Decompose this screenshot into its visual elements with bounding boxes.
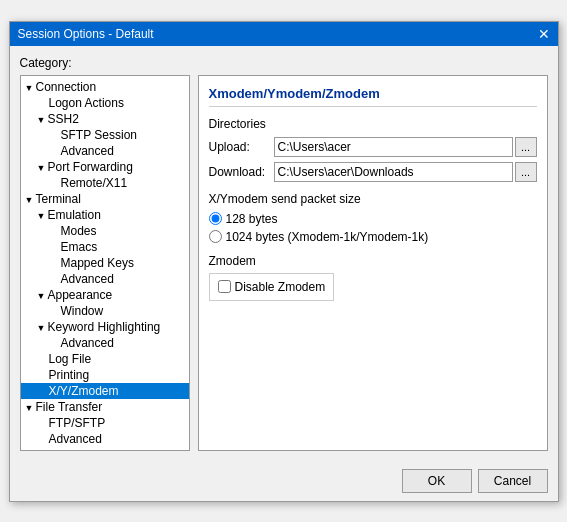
cancel-button[interactable]: Cancel: [478, 469, 548, 493]
tree-item-label: Window: [61, 304, 104, 318]
tree-item-ssh2[interactable]: ▼SSH2: [21, 111, 189, 127]
tree-item-logon-actions[interactable]: Logon Actions: [21, 95, 189, 111]
tree-item-label: Remote/X11: [61, 176, 128, 190]
content-area: ▼ConnectionLogon Actions▼SSH2SFTP Sessio…: [20, 75, 548, 451]
radio-group: 128 bytes 1024 bytes (Xmodem-1k/Ymodem-1…: [209, 212, 537, 244]
tree-item-advanced-term[interactable]: Advanced: [21, 271, 189, 287]
close-button[interactable]: ✕: [538, 27, 550, 41]
tree-item-connection[interactable]: ▼Connection: [21, 79, 189, 95]
dialog-body: Category: ▼ConnectionLogon Actions▼SSH2S…: [10, 46, 558, 461]
radio-128-bytes[interactable]: [209, 212, 222, 225]
tree-item-label: Terminal: [36, 192, 81, 206]
tree-item-appearance[interactable]: ▼Appearance: [21, 287, 189, 303]
tree-item-label: Advanced: [61, 144, 114, 158]
dialog-footer: OK Cancel: [10, 461, 558, 501]
tree-item-port-forwarding[interactable]: ▼Port Forwarding: [21, 159, 189, 175]
disable-zmodem-checkbox[interactable]: [218, 280, 231, 293]
radio-1024-bytes[interactable]: [209, 230, 222, 243]
tree-item-log-file[interactable]: Log File: [21, 351, 189, 367]
tree-item-xy-zmodem[interactable]: X/Y/Zmodem: [21, 383, 189, 399]
tree-item-label: Modes: [61, 224, 97, 238]
expander-icon: ▼: [37, 115, 47, 125]
dialog-title: Session Options - Default: [18, 27, 154, 41]
tree-item-label: X/Y/Zmodem: [49, 384, 119, 398]
radio-128-label: 128 bytes: [226, 212, 278, 226]
expander-icon: ▼: [25, 83, 35, 93]
tree-item-ftp-sftp[interactable]: FTP/SFTP: [21, 415, 189, 431]
tree-item-advanced-conn[interactable]: Advanced: [21, 143, 189, 159]
packet-size-section: X/Ymodem send packet size 128 bytes 1024…: [209, 192, 537, 244]
tree-item-emulation[interactable]: ▼Emulation: [21, 207, 189, 223]
category-tree[interactable]: ▼ConnectionLogon Actions▼SSH2SFTP Sessio…: [20, 75, 190, 451]
expander-icon: ▼: [25, 195, 35, 205]
download-row: Download: ...: [209, 162, 537, 182]
session-options-dialog: Session Options - Default ✕ Category: ▼C…: [9, 21, 559, 502]
tree-item-emacs[interactable]: Emacs: [21, 239, 189, 255]
tree-item-label: SSH2: [48, 112, 79, 126]
tree-item-label: Appearance: [48, 288, 113, 302]
disable-zmodem-row: Disable Zmodem: [218, 280, 326, 294]
expander-icon: ▼: [37, 211, 47, 221]
radio-128-row: 128 bytes: [209, 212, 537, 226]
tree-item-label: File Transfer: [36, 400, 103, 414]
tree-item-file-transfer[interactable]: ▼File Transfer: [21, 399, 189, 415]
tree-item-remote-x11[interactable]: Remote/X11: [21, 175, 189, 191]
expander-icon: ▼: [37, 163, 47, 173]
tree-item-printing[interactable]: Printing: [21, 367, 189, 383]
tree-item-label: FTP/SFTP: [49, 416, 106, 430]
tree-item-label: Mapped Keys: [61, 256, 134, 270]
title-bar: Session Options - Default ✕: [10, 22, 558, 46]
right-panel: Xmodem/Ymodem/Zmodem Directories Upload:…: [198, 75, 548, 451]
tree-item-label: Keyword Highlighting: [48, 320, 161, 334]
tree-item-mapped-keys[interactable]: Mapped Keys: [21, 255, 189, 271]
tree-item-terminal[interactable]: ▼Terminal: [21, 191, 189, 207]
expander-icon: ▼: [25, 403, 35, 413]
upload-input[interactable]: [274, 137, 513, 157]
tree-item-sftp-session[interactable]: SFTP Session: [21, 127, 189, 143]
tree-item-advanced-ft[interactable]: Advanced: [21, 431, 189, 447]
radio-1024-row: 1024 bytes (Xmodem-1k/Ymodem-1k): [209, 230, 537, 244]
upload-label: Upload:: [209, 140, 274, 154]
disable-zmodem-label: Disable Zmodem: [235, 280, 326, 294]
download-browse-button[interactable]: ...: [515, 162, 537, 182]
tree-item-label: Log File: [49, 352, 92, 366]
tree-item-modes[interactable]: Modes: [21, 223, 189, 239]
tree-item-label: Emacs: [61, 240, 98, 254]
zmodem-section: Zmodem Disable Zmodem: [209, 254, 537, 301]
download-input[interactable]: [274, 162, 513, 182]
zmodem-box: Disable Zmodem: [209, 273, 335, 301]
tree-item-label: Printing: [49, 368, 90, 382]
panel-title: Xmodem/Ymodem/Zmodem: [209, 86, 537, 107]
tree-item-label: Advanced: [61, 272, 114, 286]
tree-item-label: Advanced: [49, 432, 102, 446]
tree-item-label: Connection: [36, 80, 97, 94]
radio-1024-label: 1024 bytes (Xmodem-1k/Ymodem-1k): [226, 230, 429, 244]
tree-item-label: Logon Actions: [49, 96, 124, 110]
tree-item-label: Advanced: [61, 336, 114, 350]
tree-item-keyword-highlighting[interactable]: ▼Keyword Highlighting: [21, 319, 189, 335]
tree-item-label: Port Forwarding: [48, 160, 133, 174]
tree-item-label: SFTP Session: [61, 128, 137, 142]
upload-browse-button[interactable]: ...: [515, 137, 537, 157]
tree-item-window[interactable]: Window: [21, 303, 189, 319]
upload-row: Upload: ...: [209, 137, 537, 157]
tree-item-advanced-kw[interactable]: Advanced: [21, 335, 189, 351]
zmodem-label: Zmodem: [209, 254, 537, 268]
expander-icon: ▼: [37, 323, 47, 333]
download-label: Download:: [209, 165, 274, 179]
tree-item-label: Emulation: [48, 208, 101, 222]
expander-icon: ▼: [37, 291, 47, 301]
packet-size-label: X/Ymodem send packet size: [209, 192, 537, 206]
ok-button[interactable]: OK: [402, 469, 472, 493]
category-label: Category:: [20, 56, 548, 70]
directories-label: Directories: [209, 117, 537, 131]
